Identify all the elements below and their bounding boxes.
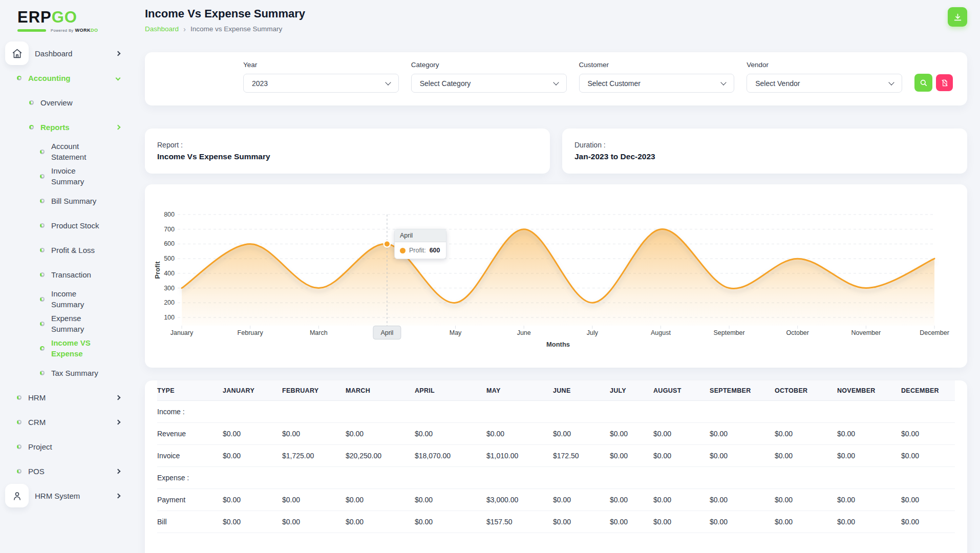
cell-value: $0.00 — [606, 423, 649, 445]
chevron-right-icon — [116, 124, 121, 130]
filter-panel: Year 2023 Category Select Category Custo… — [145, 52, 967, 105]
cell-value: $20,250.00 — [342, 445, 411, 467]
sidebar-item-pos[interactable]: POS — [0, 459, 133, 483]
sidebar-item-label: Account Statement — [51, 141, 106, 162]
tooltip-title: April — [395, 229, 446, 242]
svg-text:Profit: Profit — [154, 261, 161, 279]
sidebar-item-label: Accounting — [28, 73, 71, 83]
cell-value: $0.00 — [411, 423, 482, 445]
svg-text:June: June — [517, 329, 531, 336]
row-type: Payment — [157, 489, 219, 511]
cell-value: $0.00 — [411, 511, 482, 533]
sidebar-item-reports[interactable]: Reports — [0, 115, 133, 139]
cell-value: $0.00 — [342, 423, 411, 445]
chevron-right-icon — [116, 493, 121, 498]
cell-value: $0.00 — [833, 423, 897, 445]
svg-text:800: 800 — [164, 211, 175, 218]
customer-select[interactable]: Select Customer — [579, 74, 735, 93]
category-select[interactable]: Select Category — [411, 74, 567, 93]
sidebar-item-bill-summary[interactable]: Bill Summary — [0, 188, 133, 213]
chevron-right-icon — [116, 395, 121, 400]
cell-value: $0.00 — [771, 423, 833, 445]
download-button[interactable] — [948, 7, 967, 27]
report-card: Report : Income Vs Expense Summary — [145, 129, 550, 174]
main-content: Income Vs Expense Summary Dashboard › In… — [133, 0, 980, 553]
column-header-july: JULY — [606, 380, 649, 401]
svg-text:September: September — [714, 329, 745, 336]
sidebar-item-hrm[interactable]: HRM — [0, 385, 133, 410]
svg-text:February: February — [238, 329, 264, 336]
workdo-text: WORKDO — [75, 28, 98, 33]
chevron-down-icon — [888, 79, 894, 85]
sidebar-item-profit-loss[interactable]: Profit & Loss — [0, 238, 133, 262]
sidebar-item-label: Reports — [40, 122, 70, 133]
table-row-invoice: Invoice$0.00$1,725.00$20,250.00$18,070.0… — [157, 445, 955, 467]
year-select[interactable]: 2023 — [243, 74, 399, 93]
row-type: Invoice — [157, 445, 219, 467]
income-expense-table-card: TYPEJANUARYFEBRUARYMARCHAPRILMAYJUNEJULY… — [145, 380, 967, 553]
reset-filter-button[interactable] — [936, 74, 953, 91]
cell-value: $0.00 — [606, 445, 649, 467]
sidebar-item-overview[interactable]: Overview — [0, 90, 133, 115]
sidebar-item-project[interactable]: Project — [0, 434, 133, 459]
sidebar-item-crm[interactable]: CRM — [0, 410, 133, 434]
sidebar-item-label: HRM System — [35, 491, 80, 501]
sidebar-nav: DashboardAccountingOverviewReportsAccoun… — [0, 41, 133, 508]
svg-text:December: December — [920, 329, 949, 336]
cell-value: $0.00 — [606, 489, 649, 511]
year-label: Year — [243, 61, 399, 69]
column-header-march: MARCH — [342, 380, 411, 401]
search-icon — [919, 78, 928, 87]
sidebar-item-income-vs-expense[interactable]: Income VS Expense — [0, 336, 133, 360]
cell-value: $0.00 — [649, 489, 706, 511]
bullet-icon — [17, 420, 22, 424]
sidebar-item-hrm-system[interactable]: HRM System — [0, 483, 133, 508]
sidebar-item-tax-summary[interactable]: Tax Summary — [0, 360, 133, 385]
sidebar-item-label: Bill Summary — [51, 196, 96, 206]
sidebar-item-label: Product Stock — [51, 220, 99, 231]
sidebar-item-account-statement[interactable]: Account Statement — [0, 139, 133, 164]
page-title: Income Vs Expense Summary — [145, 7, 305, 20]
sidebar-item-accounting[interactable]: Accounting — [0, 66, 133, 90]
chevron-down-icon — [721, 79, 727, 85]
profit-area-chart[interactable]: 800700600500400300200100JanuaryFebruaryM… — [145, 184, 967, 368]
bullet-icon — [40, 297, 45, 302]
cell-value: $1,725.00 — [278, 445, 342, 467]
cell-value: $3,000.00 — [482, 489, 549, 511]
sidebar-item-label: Invoice Summary — [51, 165, 106, 187]
chevron-down-icon — [116, 75, 121, 80]
sidebar-item-dashboard[interactable]: Dashboard — [0, 41, 133, 66]
page-header: Income Vs Expense Summary Dashboard › In… — [145, 7, 967, 33]
sidebar-item-invoice-summary[interactable]: Invoice Summary — [0, 164, 133, 188]
sidebar-item-label: POS — [28, 466, 45, 477]
cell-value: $0.00 — [342, 489, 411, 511]
column-header-november: NOVEMBER — [833, 380, 897, 401]
apply-filter-button[interactable] — [914, 74, 932, 92]
bullet-icon — [29, 100, 34, 105]
svg-text:600: 600 — [164, 240, 175, 247]
cell-value: $18,070.00 — [411, 445, 482, 467]
vendor-label: Vendor — [747, 61, 902, 69]
income-expense-table: TYPEJANUARYFEBRUARYMARCHAPRILMAYJUNEJULY… — [157, 380, 955, 533]
sidebar-item-income-summary[interactable]: Income Summary — [0, 287, 133, 311]
vendor-select[interactable]: Select Vendor — [747, 74, 902, 93]
duration-card: Duration : Jan-2023 to Dec-2023 — [562, 129, 967, 174]
cell-value: $0.00 — [342, 511, 411, 533]
svg-text:October: October — [786, 329, 808, 336]
cell-value: $0.00 — [278, 423, 342, 445]
svg-text:100: 100 — [164, 314, 175, 321]
sidebar-item-transaction[interactable]: Transaction — [0, 262, 133, 287]
svg-text:April: April — [380, 329, 393, 336]
sidebar-item-product-stock[interactable]: Product Stock — [0, 213, 133, 238]
category-label: Category — [411, 61, 567, 69]
column-header-february: FEBRUARY — [278, 380, 342, 401]
sidebar-item-label: Overview — [40, 97, 73, 108]
cell-value: $0.00 — [897, 489, 955, 511]
chevron-right-icon — [116, 51, 121, 56]
erpgo-logo[interactable]: ERPGO Powered By WORKDO — [0, 6, 133, 33]
report-value: Income Vs Expense Summary — [157, 152, 538, 161]
bullet-icon — [40, 174, 45, 179]
breadcrumb-dashboard-link[interactable]: Dashboard — [145, 25, 179, 33]
sidebar-item-expense-summary[interactable]: Expense Summary — [0, 311, 133, 336]
column-header-type: TYPE — [157, 380, 219, 401]
